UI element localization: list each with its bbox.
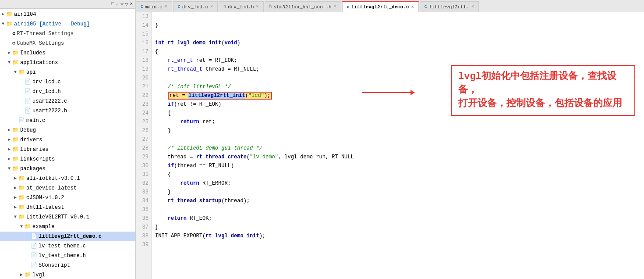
tree-arrow-cjson[interactable]: ▶ — [14, 194, 18, 202]
sidebar-header-actions: □ ☆ ▽ ▽ × — [111, 1, 133, 7]
sidebar-tree: ▶📁air1104▼📁air1105 [Active - Debug] ⚙RT-… — [0, 9, 135, 279]
tree-label-air1104: air1104 — [14, 11, 36, 18]
line-number-25: 25 — [138, 118, 149, 126]
line-number-34: 34 — [138, 197, 149, 205]
tree-arrow-packages[interactable]: ▼ — [8, 165, 12, 173]
tab-close-drv-lcd-h[interactable]: × — [256, 4, 259, 9]
sidebar-icon-1[interactable]: □ — [111, 1, 114, 7]
tree-arrow-dht11[interactable]: ▶ — [14, 204, 18, 211]
sidebar-item-applications[interactable]: ▼📁applications — [0, 58, 135, 68]
tree-icon-api: 📁 — [18, 68, 25, 76]
line-number-22: 22 — [138, 91, 149, 100]
code-line-37: } — [155, 223, 640, 232]
line-number-24: 24 — [138, 109, 149, 118]
code-line-13 — [155, 12, 640, 21]
sidebar-item-packages[interactable]: ▼📁packages — [0, 164, 135, 174]
tab-littlevgl2rtt[interactable]: clittlevgl2rtt.× — [420, 1, 479, 12]
tree-label-at-device: at_device-latest — [26, 184, 77, 192]
sidebar-item-drv_lcd_h[interactable]: 📄drv_lcd.h — [0, 87, 135, 97]
tab-main-c[interactable]: cmain.c× — [136, 1, 172, 12]
sidebar-item-rt-thread-settings[interactable]: ⚙RT-Thread Settings — [0, 29, 135, 39]
tab-close-drv-lcd-c[interactable]: × — [210, 4, 213, 9]
tree-arrow-at-device[interactable]: ▶ — [14, 184, 18, 192]
tree-arrow-libraries[interactable]: ▶ — [8, 146, 12, 154]
sidebar-item-debug[interactable]: ▶📁Debug — [0, 125, 135, 135]
sidebar-item-littlevgl2rtt_demo[interactable]: 📄littlevgl2rtt_demo.c — [0, 232, 135, 241]
sidebar-icon-4[interactable]: ▽ — [125, 1, 128, 7]
sidebar-item-ali-iotkit[interactable]: ▶📁ali-iotkit-v3.0.1 — [0, 174, 135, 183]
sidebar-item-linkscripts[interactable]: ▶📁linkscripts — [0, 154, 135, 164]
sidebar-item-drivers[interactable]: ▶📁drivers — [0, 135, 135, 145]
line-number-38: 38 — [138, 232, 149, 240]
tree-icon-drv_lcd_h: 📄 — [25, 88, 31, 96]
sidebar-icon-3[interactable]: ▽ — [120, 1, 124, 7]
tree-icon-lv_test_theme_h: 📄 — [31, 252, 37, 260]
sidebar-item-at-device[interactable]: ▶📁at_device-latest — [0, 183, 135, 193]
sidebar-item-sconscript[interactable]: 📄SConscript — [0, 261, 135, 270]
sidebar-item-dht11[interactable]: ▶📁dht11-latest — [0, 203, 135, 212]
tab-drv-lcd-h[interactable]: hdrv_lcd.h× — [219, 1, 263, 12]
tab-close-main-c[interactable]: × — [165, 4, 167, 9]
sidebar-item-lv_test_theme_h[interactable]: 📄lv_test_theme.h — [0, 251, 135, 261]
tree-label-littlevgl2rtt: LittleVGL2RTT-v0.0.1 — [26, 213, 89, 221]
code-content[interactable]: }int rt_lvgl_demo_init(void){ rt_err_t r… — [152, 12, 644, 279]
tree-arrow-littlevgl2rtt[interactable]: ▼ — [14, 213, 18, 221]
sidebar-icon-close[interactable]: × — [130, 1, 133, 7]
sidebar-item-lv_test_theme_c[interactable]: 📄lv_test_theme.c — [0, 241, 135, 251]
tree-arrow-api[interactable]: ▼ — [14, 68, 18, 76]
tree-arrow-ali-iotkit[interactable]: ▶ — [14, 175, 18, 182]
tree-arrow-includes[interactable]: ▶ — [8, 49, 12, 57]
sidebar: □ ☆ ▽ ▽ × ▶📁air1104▼📁air1105 [Active - D… — [0, 0, 136, 279]
sidebar-item-drv_lcd_c[interactable]: 📄drv_lcd.c — [0, 77, 135, 87]
sidebar-item-includes[interactable]: ▶📁Includes — [0, 48, 135, 58]
tree-label-sconscript: SConscript — [39, 261, 70, 269]
tree-arrow-lvgl[interactable]: ▶ — [20, 271, 25, 279]
tree-icon-drv_lcd_c: 📄 — [25, 78, 31, 86]
tab-demo-c[interactable]: clittlevgl2rtt_demo.c× — [342, 1, 419, 12]
tree-label-lv_test_theme_h: lv_test_theme.h — [39, 252, 86, 260]
sidebar-item-usart2222_c[interactable]: 📄usart2222.c — [0, 97, 135, 106]
line-number-26: 26 — [138, 126, 149, 135]
sidebar-item-usart2222_h[interactable]: 📄usart2222.h — [0, 106, 135, 116]
tree-arrow-drivers[interactable]: ▶ — [8, 136, 12, 144]
tree-label-drv_lcd_h: drv_lcd.h — [32, 88, 61, 96]
line-number-13: 13 — [138, 12, 149, 21]
tree-icon-drivers: 📁 — [12, 136, 19, 144]
code-line-33: } — [155, 188, 640, 197]
tab-close-stm32-conf-h[interactable]: × — [334, 4, 336, 9]
tab-stm32-conf-h[interactable]: hstm32f1xx_hal_conf.h× — [265, 1, 341, 12]
tree-arrow-air1105[interactable]: ▼ — [2, 20, 6, 28]
tree-arrow-linkscripts[interactable]: ▶ — [8, 155, 12, 163]
sidebar-icon-2[interactable]: ☆ — [116, 1, 119, 7]
tree-arrow-applications[interactable]: ▼ — [8, 59, 12, 67]
sidebar-item-air1105[interactable]: ▼📁air1105 [Active - Debug] — [0, 19, 135, 29]
line-number-32: 32 — [138, 179, 149, 188]
sidebar-item-littlevgl2rtt[interactable]: ▼📁LittleVGL2RTT-v0.0.1 — [0, 212, 135, 222]
sidebar-item-lvgl[interactable]: ▶📁lvgl — [0, 270, 135, 279]
sidebar-item-example[interactable]: ▼📁example — [0, 222, 135, 232]
tree-label-packages: packages — [20, 165, 46, 173]
sidebar-item-cjson[interactable]: ▶📁cJSON-v1.0.2 — [0, 193, 135, 203]
tree-icon-usart2222_c: 📄 — [25, 97, 31, 105]
tree-icon-libraries: 📁 — [12, 146, 19, 154]
tree-icon-rt-thread-settings: ⚙ — [12, 30, 15, 38]
line-number-28: 28 — [138, 144, 149, 153]
sidebar-item-api[interactable]: ▼📁api — [0, 68, 135, 77]
tree-icon-littlevgl2rtt_demo: 📄 — [31, 232, 37, 240]
tree-arrow-debug[interactable]: ▶ — [8, 126, 12, 134]
sidebar-item-libraries[interactable]: ▶📁libraries — [0, 145, 135, 154]
line-number-14: 14 — [138, 21, 149, 30]
sidebar-item-cubemx-settings[interactable]: ⚙CubeMX Settings — [0, 39, 135, 48]
tree-arrow-air1104[interactable]: ▶ — [2, 11, 6, 18]
sidebar-item-air1104[interactable]: ▶📁air1104 — [0, 10, 135, 19]
file-c-icon: c — [141, 4, 143, 9]
sidebar-item-main_c[interactable]: 📄main.c — [0, 116, 135, 125]
line-number-30: 30 — [138, 161, 149, 170]
tree-arrow-example[interactable]: ▼ — [20, 223, 25, 231]
line-number-29: 29 — [138, 153, 149, 161]
code-line-36: return RT_EOK; — [155, 214, 640, 223]
tab-close-demo-c[interactable]: × — [411, 5, 414, 10]
tab-drv-lcd-c[interactable]: cdrv_lcd.c× — [173, 1, 218, 12]
tab-close-littlevgl2rtt[interactable]: × — [471, 4, 474, 9]
tree-icon-at-device: 📁 — [18, 184, 25, 192]
